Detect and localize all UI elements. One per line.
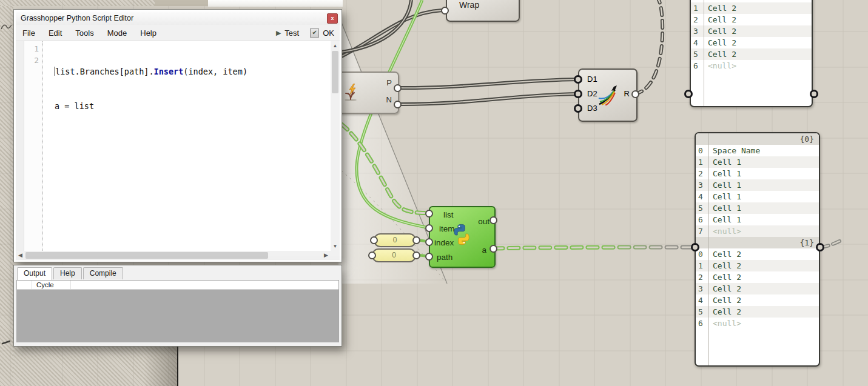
merge-input-d2-port[interactable] [574,90,582,98]
merge-input-d3-port[interactable] [574,104,582,113]
code-text[interactable]: list.Branches[path].Insert(index, item) … [42,41,331,251]
row-value: Cell 1 [709,191,741,202]
close-icon[interactable]: x [327,13,338,24]
number-slider-index[interactable]: 0 [374,233,416,247]
slider1-input-port[interactable] [370,236,378,244]
panel-bottom-input-port[interactable] [691,243,699,251]
python-input-index-port[interactable] [425,238,433,246]
output-table-header: Cycle [17,281,338,290]
scroll-down-icon[interactable]: ▼ [331,242,340,251]
row-index: 3 [691,25,704,37]
row-value: Cell 1 [709,168,741,179]
panel-rows: 1 Cell 2 2 Cell 2 3 Cell 2 4 Cell 2 5 Ce… [691,0,812,72]
row-index: 6 [691,60,704,72]
python-input-list-port[interactable] [425,210,433,218]
ok-button[interactable]: ✔OK [304,27,340,39]
menu-mode[interactable]: Mode [101,28,134,38]
row-index: 1 [696,156,709,168]
scroll-right-icon[interactable]: ▶ [321,251,331,260]
merge-input-d1-label: D1 [587,75,597,84]
data-panel-top-right[interactable]: 1 Cell 2 2 Cell 2 3 Cell 2 4 Cell 2 5 Ce… [690,0,813,107]
panel-top-output-port[interactable] [810,90,818,98]
row-index: 0 [696,145,709,156]
merge-input-d2-label: D2 [587,89,597,98]
panel-row: 7 <null> [696,225,819,237]
row-index: 3 [696,179,709,191]
merge-input-d1-port[interactable] [574,75,582,84]
row-index: 3 [696,283,709,294]
wrap-input-port[interactable] [441,7,449,15]
tab-output[interactable]: Output [17,267,52,280]
panel-top-input-port[interactable] [684,90,693,98]
row-value: Cell 2 [709,248,741,260]
menu-edit[interactable]: Edit [42,28,69,38]
wrap-component[interactable]: Wrap [446,0,520,22]
panel-row: 4 Cell 2 [696,294,819,306]
panel-row: 0 Space Name [696,145,819,156]
panel-row: 6 Cell 1 [696,214,819,225]
vertical-scroll-thumb[interactable] [332,51,338,93]
code-line-2: a = list [55,101,331,112]
python-script-component[interactable]: list item index path out a [429,206,496,268]
slider2-input-port[interactable] [368,251,376,259]
dark-dashed-wire-r[interactable] [635,0,662,94]
row-value: Cell 2 [704,25,736,37]
merge-output-r-label: R [624,89,630,98]
row-index: 5 [696,306,709,318]
panel-row: 0 Cell 2 [696,248,819,260]
python-output-a-port[interactable] [490,245,497,253]
row-index: 2 [696,271,709,283]
data-panel-bottom-right[interactable]: {0} 0 Space Name 1 Cell 1 [695,132,820,367]
panel-row: 3 Cell 2 [691,25,812,37]
test-button[interactable]: ▶Test [271,27,304,39]
row-index: 7 [696,225,709,237]
row-value: <null> [709,225,741,237]
panel-rows: 0 Space Name 1 Cell 1 2 Cell 1 [696,145,819,237]
green-dashed-wire-a[interactable] [493,247,694,248]
panel-row: 6 <null> [691,60,812,72]
python-output-out-port[interactable] [490,216,497,224]
slider1-output-port[interactable] [412,236,420,244]
panel-row: 1 Cell 2 [696,260,819,271]
merge-icon [598,85,620,105]
number-slider-path[interactable]: 0 [372,248,416,262]
horizontal-scrollbar[interactable]: ◀ ▶ [16,251,340,260]
menu-help[interactable]: Help [133,28,163,38]
gutter-margin [16,41,24,251]
editor-titlebar[interactable]: Grasshopper Python Script Editor x [16,12,340,25]
python-input-path-port[interactable] [425,253,433,261]
editor-menubar: File Edit Tools Mode Help ▶Test ✔OK [16,25,340,41]
panel-row: 2 Cell 2 [691,14,812,25]
canvas-scribble [1,25,12,29]
row-index: 6 [696,318,709,329]
python-input-item-port[interactable] [425,224,433,232]
menu-tools[interactable]: Tools [69,28,100,38]
panel-bottom-output-port[interactable] [816,243,824,251]
checkbox-icon: ✔ [310,28,319,38]
row-value: Cell 2 [704,2,736,14]
panel-row: 3 Cell 2 [696,283,819,294]
row-index: 4 [691,37,704,48]
code-editor[interactable]: 1 2 list.Branches[path].Insert(index, it… [16,41,340,251]
menu-file[interactable]: File [16,28,42,38]
tree-output-p-port[interactable] [394,84,402,92]
row-value: Cell 2 [709,260,741,271]
merge-component[interactable]: D1 D2 D3 R [578,68,638,122]
scroll-left-icon[interactable]: ◀ [16,251,25,260]
grasshopper-canvas-screen: { "editor": { "title": "Grasshopper Pyth… [0,0,868,386]
row-index: 5 [696,202,709,214]
tree-statistics-component[interactable]: P N [332,72,399,114]
slider2-output-port[interactable] [412,251,420,259]
tab-help[interactable]: Help [53,267,82,279]
horizontal-scroll-thumb[interactable] [25,252,268,259]
scroll-up-icon[interactable]: ▲ [331,41,340,50]
row-index: 6 [696,214,709,225]
tab-compile[interactable]: Compile [83,267,123,279]
slider-value: 0 [393,236,397,244]
tree-output-n-port[interactable] [394,101,402,108]
gray-dashed-stub[interactable] [821,240,842,247]
merge-output-r-port[interactable] [631,90,639,98]
tree-output-n-label: N [386,95,392,104]
vertical-scrollbar[interactable]: ▲ ▼ [331,41,340,251]
python-input-path-label: path [437,253,453,262]
